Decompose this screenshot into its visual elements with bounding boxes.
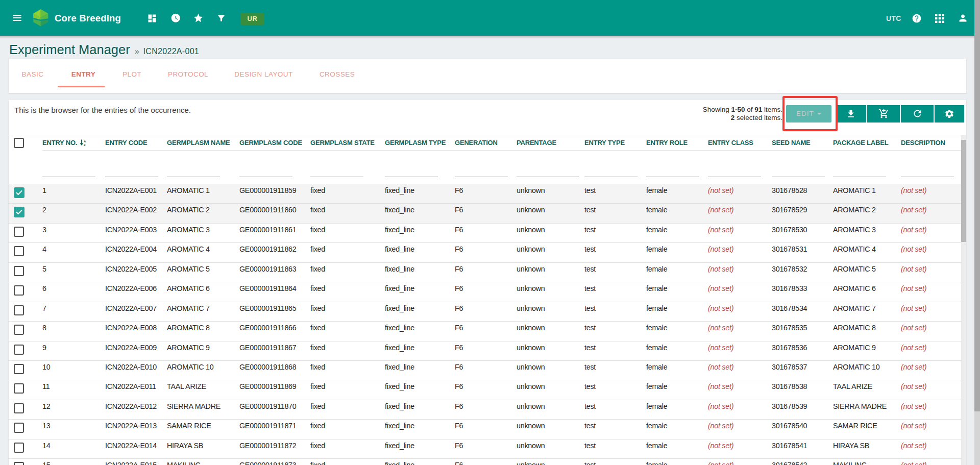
svg-text:Z: Z (84, 143, 86, 146)
svg-text:A: A (84, 139, 86, 142)
